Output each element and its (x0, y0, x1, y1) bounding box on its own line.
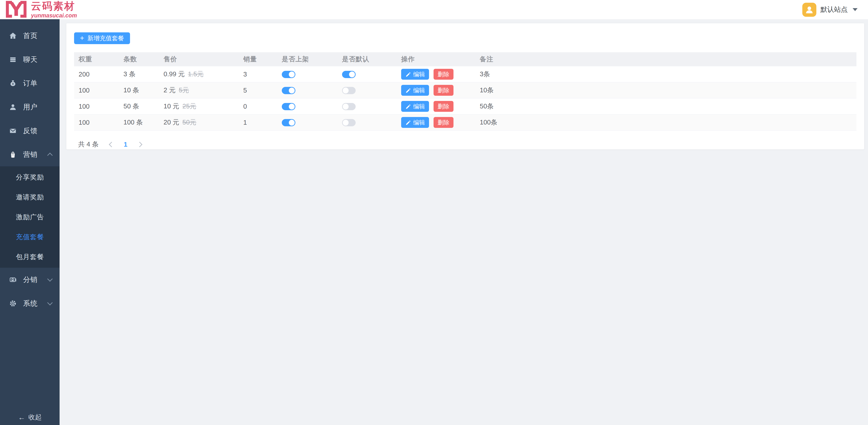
delete-button[interactable]: 删除 (434, 117, 454, 128)
cell-price: 20 元50元 (159, 115, 239, 131)
chevron-down-icon (47, 276, 53, 282)
cell-count: 50 条 (119, 98, 159, 115)
table-header: 权重 条数 售价 销量 是否上架 是否默认 操作 备注 (74, 52, 857, 66)
cell-remark: 3条 (475, 66, 857, 83)
listed-toggle[interactable] (282, 71, 296, 78)
table-row: 200 3 条 0.99 元1.5元 3 编辑 删除 (74, 66, 857, 83)
sidebar-item-label: 订单 (23, 78, 38, 88)
cell-count: 3 条 (119, 66, 159, 83)
default-toggle[interactable] (342, 103, 355, 110)
delete-button[interactable]: 删除 (434, 69, 454, 80)
sale-price: 0.99 元 (163, 70, 185, 77)
plus-icon: + (80, 34, 84, 42)
pencil-icon (405, 87, 411, 93)
logo-mark-icon: Y (6, 1, 27, 18)
sidebar-item-label: 营销 (23, 150, 38, 159)
cell-default (338, 66, 397, 83)
table-row: 100 100 条 20 元50元 1 编辑 删除 (74, 115, 857, 131)
pagination: 共 4 条 1 (78, 137, 857, 152)
header-remark: 备注 (475, 52, 857, 66)
arrow-left-icon: ← (18, 414, 25, 421)
next-page-button[interactable] (132, 137, 147, 152)
sidebar-item-system[interactable]: 系统 (0, 292, 60, 315)
gear-icon (8, 299, 18, 308)
cell-weight: 100 (74, 98, 119, 115)
table-row: 100 10 条 2 元5元 5 编辑 删除 (74, 83, 857, 98)
listed-toggle[interactable] (282, 119, 296, 126)
sidebar-item-chat[interactable]: 聊天 (0, 47, 60, 71)
cell-actions: 编辑 删除 (397, 115, 475, 131)
cell-sales: 0 (239, 98, 277, 115)
collapse-label: 收起 (29, 413, 42, 422)
sidebar-item-label: 用户 (23, 102, 38, 112)
cell-count: 100 条 (119, 115, 159, 131)
listed-toggle[interactable] (282, 87, 296, 94)
marketing-submenu: 分享奖励 邀请奖励 激励广告 充值套餐 包月套餐 (0, 166, 60, 268)
money-bag-icon: ¥ (8, 79, 18, 88)
shopping-bag-icon (8, 150, 18, 159)
sidebar-subitem-share-reward[interactable]: 分享奖励 (0, 167, 60, 187)
sidebar-item-label: 分销 (23, 275, 38, 285)
cell-sales: 1 (239, 115, 277, 131)
pencil-icon (405, 103, 411, 109)
site-switcher[interactable]: 默认站点 (802, 3, 868, 17)
cell-weight: 100 (74, 83, 119, 98)
sidebar-subitem-recharge-package[interactable]: 充值套餐 (0, 227, 60, 247)
header-price: 售价 (159, 52, 239, 66)
sidebar-item-home[interactable]: 首页 (0, 24, 60, 47)
logo-text: 云码素材 yunmasucai.com (31, 0, 77, 19)
sidebar-menu: 首页 聊天 ¥ 订单 (0, 19, 60, 315)
default-toggle[interactable] (342, 71, 355, 78)
add-recharge-package-button[interactable]: + 新增充值套餐 (74, 32, 130, 44)
chevron-down-icon (47, 300, 53, 305)
avatar[interactable] (802, 3, 816, 17)
edit-button[interactable]: 编辑 (401, 69, 429, 80)
cell-remark: 10条 (475, 83, 857, 98)
sidebar: 首页 聊天 ¥ 订单 (0, 19, 60, 425)
cell-weight: 100 (74, 115, 119, 131)
listed-toggle[interactable] (282, 103, 296, 110)
cell-listed (277, 83, 338, 98)
sidebar-subitem-invite-reward[interactable]: 邀请奖励 (0, 187, 60, 207)
list-icon (8, 55, 18, 64)
sidebar-subitem-reward-ads[interactable]: 激励广告 (0, 207, 60, 227)
main-content: + 新增充值套餐 权重 条数 售价 销量 是否上架 是否默认 操作 (60, 19, 868, 425)
cell-listed (277, 66, 338, 83)
collapse-button[interactable]: ← 收起 (0, 413, 60, 422)
cell-count: 10 条 (119, 83, 159, 98)
cell-actions: 编辑 删除 (397, 83, 475, 98)
prev-page-button[interactable] (104, 137, 119, 152)
delete-button[interactable]: 删除 (434, 101, 454, 112)
delete-button[interactable]: 删除 (434, 85, 454, 96)
sidebar-subitem-label: 包月套餐 (16, 252, 44, 262)
cell-sales: 3 (239, 66, 277, 83)
sidebar-item-users[interactable]: 用户 (0, 95, 60, 119)
sidebar-subitem-label: 邀请奖励 (16, 193, 44, 202)
default-toggle[interactable] (342, 119, 355, 126)
header-default: 是否默认 (338, 52, 397, 66)
cell-sales: 5 (239, 83, 277, 98)
sidebar-item-orders[interactable]: ¥ 订单 (0, 71, 60, 95)
page-number[interactable]: 1 (119, 141, 132, 148)
logo-title: 云码素材 (31, 0, 77, 12)
chevron-left-icon (109, 142, 114, 147)
recharge-package-table: 权重 条数 售价 销量 是否上架 是否默认 操作 备注 200 3 条 (74, 52, 857, 131)
sidebar-subitem-label: 充值套餐 (16, 232, 44, 242)
cell-listed (277, 115, 338, 131)
app-root: Y 云码素材 yunmasucai.com 默认站点 (0, 0, 868, 425)
cell-remark: 50条 (475, 98, 857, 115)
sidebar-item-feedback[interactable]: 反馈 (0, 119, 60, 142)
sidebar-item-distribution[interactable]: 分销 (0, 268, 60, 292)
default-toggle[interactable] (342, 87, 355, 94)
logo-letter: Y (9, 1, 23, 18)
sale-price: 2 元 (163, 87, 176, 94)
sidebar-item-marketing[interactable]: 营销 (0, 142, 60, 166)
sidebar-subitem-monthly-package[interactable]: 包月套餐 (0, 247, 60, 267)
cell-remark: 100条 (475, 115, 857, 131)
sidebar-subitem-label: 激励广告 (16, 212, 44, 222)
cell-listed (277, 98, 338, 115)
edit-button[interactable]: 编辑 (401, 101, 429, 112)
edit-button[interactable]: 编辑 (401, 117, 429, 128)
table-row: 100 50 条 10 元25元 0 编辑 删除 (74, 98, 857, 115)
edit-button[interactable]: 编辑 (401, 85, 429, 96)
